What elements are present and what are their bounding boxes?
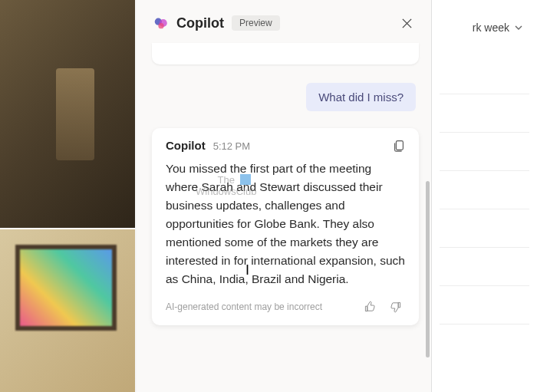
view-label: rk week	[473, 21, 509, 34]
video-gallery	[0, 0, 135, 392]
copilot-logo-icon	[152, 14, 170, 32]
copilot-panel: Copilot Preview What did I miss? Copilot…	[137, 0, 432, 392]
scrollbar[interactable]	[426, 181, 430, 357]
thumbs-up-button[interactable]	[361, 298, 379, 316]
calendar-area: rk week	[432, 0, 537, 392]
copilot-response-card: Copilot 5:12 PM You missed the first par…	[152, 128, 419, 325]
calendar-view-switcher[interactable]: rk week	[473, 21, 523, 34]
close-button[interactable]	[397, 14, 416, 32]
response-header: Copilot 5:12 PM	[166, 139, 405, 152]
response-body: You missed the first part of the meeting…	[166, 160, 405, 288]
conversation-area: What did I miss? Copilot 5:12 PM You mis…	[137, 43, 431, 392]
chevron-down-icon	[514, 23, 523, 32]
thumbs-down-button[interactable]	[387, 298, 405, 316]
close-icon	[401, 18, 413, 29]
svg-rect-3	[396, 140, 403, 150]
copy-icon	[392, 139, 406, 153]
preview-badge: Preview	[232, 15, 280, 31]
panel-header: Copilot Preview	[137, 0, 431, 43]
response-time: 5:12 PM	[213, 140, 250, 152]
thumbs-down-icon	[390, 301, 402, 313]
ai-disclaimer-text: AI-generated content may be incorrect	[166, 301, 353, 312]
user-message-bubble[interactable]: What did I miss?	[306, 83, 416, 111]
panel-title: Copilot	[176, 15, 224, 31]
response-footer: AI-generated content may be incorrect	[166, 298, 405, 316]
response-sender: Copilot	[166, 139, 206, 152]
copy-button[interactable]	[390, 137, 408, 156]
previous-message-card[interactable]	[152, 43, 419, 64]
calendar-grid[interactable]	[440, 94, 529, 392]
svg-point-2	[158, 23, 163, 28]
video-tile[interactable]	[0, 229, 135, 392]
video-tile[interactable]	[0, 0, 135, 229]
thumbs-up-icon	[364, 301, 376, 313]
